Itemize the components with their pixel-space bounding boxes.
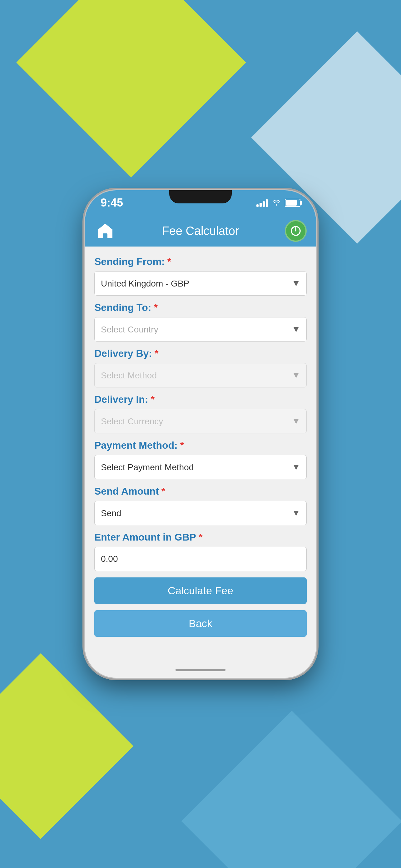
bg-shape-green	[16, 0, 246, 178]
delivery-by-select[interactable]: Select Method	[94, 363, 307, 388]
svg-point-0	[276, 204, 277, 206]
enter-amount-label: Enter Amount in GBP *	[94, 531, 307, 543]
home-indicator	[85, 662, 316, 678]
svg-rect-1	[103, 234, 107, 238]
delivery-by-label: Delivery By: *	[94, 348, 307, 359]
app-header: Fee Calculator	[85, 215, 316, 247]
signal-icon	[257, 199, 268, 207]
bg-shape-green2	[0, 653, 133, 839]
battery-icon	[285, 199, 300, 207]
delivery-in-wrapper: Select Currency ▼	[94, 409, 307, 433]
payment-method-wrapper: Select Payment Method ▼	[94, 455, 307, 479]
sending-from-select[interactable]: United Kingdom - GBP	[94, 271, 307, 296]
delivery-by-wrapper: Select Method ▼	[94, 363, 307, 388]
delivery-in-section: Delivery In: * Select Currency ▼	[94, 394, 307, 433]
sending-from-label: Sending From: *	[94, 256, 307, 268]
send-amount-required: *	[162, 486, 165, 497]
sending-to-label: Sending To: *	[94, 302, 307, 313]
enter-amount-input[interactable]	[94, 547, 307, 571]
status-icons	[257, 198, 300, 208]
send-amount-label: Send Amount *	[94, 486, 307, 497]
send-amount-select[interactable]: Send	[94, 501, 307, 525]
delivery-by-section: Delivery By: * Select Method ▼	[94, 348, 307, 388]
send-amount-wrapper: Send ▼	[94, 501, 307, 525]
sending-from-wrapper: United Kingdom - GBP ▼	[94, 271, 307, 296]
payment-method-section: Payment Method: * Select Payment Method …	[94, 440, 307, 479]
delivery-in-label: Delivery In: *	[94, 394, 307, 405]
notch	[169, 190, 232, 204]
send-amount-section: Send Amount * Send ▼	[94, 486, 307, 525]
home-icon	[96, 221, 114, 240]
payment-method-label: Payment Method: *	[94, 440, 307, 451]
payment-method-required: *	[180, 440, 184, 451]
payment-method-select[interactable]: Select Payment Method	[94, 455, 307, 479]
calculate-fee-button[interactable]: Calculate Fee	[94, 578, 307, 604]
page-title: Fee Calculator	[116, 224, 285, 238]
phone-frame: 9:45	[85, 190, 316, 678]
enter-amount-required: *	[199, 531, 202, 543]
delivery-in-select[interactable]: Select Currency	[94, 409, 307, 433]
sending-to-select[interactable]: Select Country	[94, 317, 307, 342]
delivery-by-required: *	[155, 348, 158, 359]
sending-to-wrapper: Select Country ▼	[94, 317, 307, 342]
power-icon	[290, 225, 302, 237]
wifi-icon	[272, 198, 281, 208]
status-time: 9:45	[101, 196, 123, 209]
home-bar	[175, 669, 226, 671]
status-bar: 9:45	[85, 190, 316, 215]
sending-to-section: Sending To: * Select Country ▼	[94, 302, 307, 342]
delivery-in-required: *	[151, 394, 155, 405]
app-content: Sending From: * United Kingdom - GBP ▼ S…	[85, 247, 316, 662]
power-button[interactable]	[285, 220, 307, 242]
sending-from-section: Sending From: * United Kingdom - GBP ▼	[94, 256, 307, 296]
sending-from-required: *	[167, 256, 171, 268]
home-button[interactable]	[94, 220, 116, 242]
back-button[interactable]: Back	[94, 610, 307, 637]
sending-to-required: *	[154, 302, 157, 313]
enter-amount-section: Enter Amount in GBP *	[94, 531, 307, 571]
bg-shape-blue2	[181, 711, 401, 868]
